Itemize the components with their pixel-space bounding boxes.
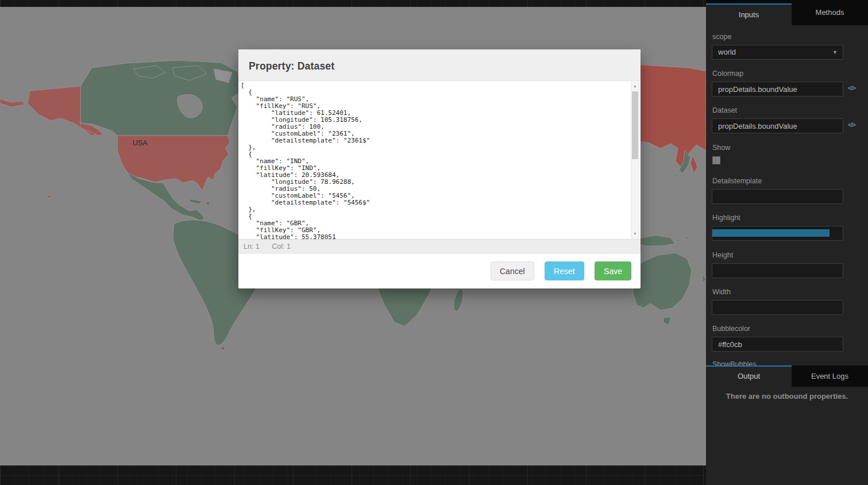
highlight-input[interactable] [712,226,843,241]
island-dot-2 [686,237,688,239]
show-label: Show [712,144,730,152]
dataset-input[interactable] [712,118,843,133]
canvas-grid-top [0,0,706,7]
no-outbound-properties-message: There are no outbound properties. [706,392,868,401]
hawaii [48,195,51,198]
tab-event-logs[interactable]: Event Logs [792,365,868,387]
chevron-down-icon: ▼ [832,45,838,59]
dialog-title: Property: Dataset [249,60,334,72]
dataset-code-icon[interactable]: </> [848,121,855,128]
height-input[interactable] [712,263,843,278]
island-dot-1 [677,239,679,241]
property-dataset-dialog: Property: Dataset [ { "name": "RUS", "fi… [238,49,641,288]
tab-methods[interactable]: Methods [792,0,868,25]
tab-methods-label: Methods [816,0,844,25]
height-label: Height [712,251,733,259]
tab-output[interactable]: Output [706,365,792,387]
colormap-label: Colormap [712,70,743,78]
japan-south-island [676,175,678,177]
colormap-code-icon[interactable]: </> [848,84,855,91]
reset-button[interactable]: Reset [545,261,584,280]
output-tabbar: Output Event Logs [706,365,868,387]
tab-inputs[interactable]: Inputs [706,3,792,25]
width-label: Width [712,288,731,296]
detailstemplate-input[interactable] [712,189,843,204]
tierra-del-fuego [221,347,225,350]
line-indicator: Ln: 1 [244,242,260,251]
cancel-button[interactable]: Cancel [491,261,534,280]
scroll-up-icon[interactable]: ▲ [631,83,639,90]
dataset-label: Dataset [712,106,737,114]
save-button[interactable]: Save [595,261,631,280]
bubblecolor-input[interactable] [712,337,843,352]
width-input[interactable] [712,300,843,315]
hispaniola [206,202,210,205]
tab-output-label: Output [738,367,760,386]
highlight-label: Highlight [712,214,740,222]
output-panel: Output Event Logs There are no outbound … [706,365,868,485]
dialog-footer: Cancel Reset Save [238,254,641,288]
usa-country-label: USA [133,139,148,147]
editor-status-bar: Ln: 1 Col: 1 [238,239,641,254]
highlight-color-bar [712,229,830,237]
code-editor[interactable]: [ { "name": "RUS", "fillKey": "RUS", "la… [241,82,628,239]
detailstemplate-label: Detailstemplate [712,177,762,185]
column-indicator: Col: 1 [272,242,291,251]
dialog-header: Property: Dataset [238,49,641,81]
bubblecolor-label: Bubblecolor [712,325,750,333]
scope-select[interactable]: world ▼ [712,45,843,60]
dialog-editor-area: [ { "name": "RUS", "fillKey": "RUS", "la… [238,81,641,239]
tab-inputs-label: Inputs [739,5,759,25]
scroll-down-icon[interactable]: ▼ [631,230,639,237]
colormap-input[interactable] [712,82,843,97]
scope-label: scope [712,33,731,41]
editor-scrollbar[interactable]: ▲ ▼ [631,82,639,238]
tab-event-logs-label: Event Logs [811,365,848,387]
scrollbar-thumb[interactable] [632,91,638,159]
canvas-grid-bottom [0,465,706,485]
properties-sidebar: Inputs Methods scope world ▼ Colormap </… [706,0,868,485]
builder-canvas: USA Property: Dataset [ { "name": "RUS",… [0,0,706,485]
show-checkbox[interactable] [712,156,720,164]
sidebar-tabbar: Inputs Methods [706,0,868,25]
scope-select-value: world [718,48,736,56]
